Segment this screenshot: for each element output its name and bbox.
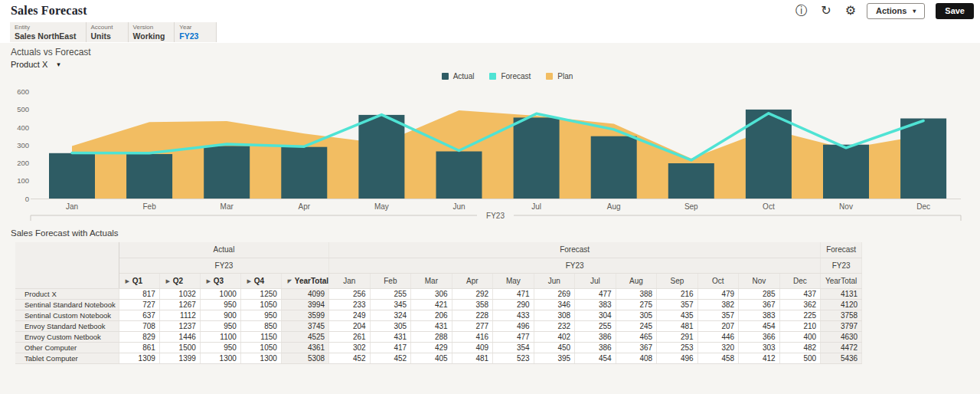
actual-cell[interactable]: 1300	[200, 353, 240, 363]
forecast-cell[interactable]: 204	[329, 320, 371, 331]
forecast-cell[interactable]: 465	[616, 331, 657, 342]
forecast-cell[interactable]: 362	[779, 299, 821, 310]
forecast-cell[interactable]: 277	[452, 320, 493, 331]
forecast-cell[interactable]: 357	[657, 299, 698, 310]
forecast-cell[interactable]: 292	[452, 288, 493, 299]
actual-cell[interactable]: 1300	[240, 353, 281, 363]
actual-cell[interactable]: 1399	[159, 353, 200, 363]
forecast-cell[interactable]: 481	[657, 320, 698, 331]
forecast-cell[interactable]: 383	[739, 310, 780, 320]
forecast-cell[interactable]: 477	[575, 288, 616, 299]
forecast-cell[interactable]: 358	[452, 299, 493, 310]
forecast-cell[interactable]: 437	[779, 288, 821, 299]
actual-cell[interactable]: 1032	[159, 288, 200, 299]
forecast-cell[interactable]: 458	[697, 353, 739, 363]
actual-cell[interactable]: 1000	[200, 288, 240, 299]
forecast-cell[interactable]: 435	[657, 310, 698, 320]
actual-cell[interactable]: 1050	[240, 342, 281, 353]
forecast-cell[interactable]: 417	[370, 342, 411, 353]
forecast-cell[interactable]: 386	[575, 342, 616, 353]
column-header-q3[interactable]: ▶Q3	[200, 273, 240, 288]
forecast-cell[interactable]: 306	[411, 288, 452, 299]
forecast-cell[interactable]: 302	[329, 342, 371, 353]
forecast-cell[interactable]: 305	[616, 310, 657, 320]
forecast-cell[interactable]: 409	[452, 342, 493, 353]
forecast-cell[interactable]: 382	[697, 299, 739, 310]
forecast-cell[interactable]: 482	[779, 342, 821, 353]
forecast-cell[interactable]: 346	[534, 299, 575, 310]
settings-gear-icon[interactable]: ⚙	[842, 2, 859, 19]
forecast-cell[interactable]: 304	[575, 310, 616, 320]
actual-cell[interactable]: 950	[240, 310, 281, 320]
forecast-cell[interactable]: 245	[616, 320, 657, 331]
forecast-cell[interactable]: 210	[779, 320, 821, 331]
actual-cell[interactable]: 817	[119, 288, 159, 299]
forecast-cell[interactable]: 500	[779, 353, 821, 363]
forecast-cell[interactable]: 207	[697, 320, 739, 331]
forecast-cell[interactable]: 479	[697, 288, 739, 299]
forecast-cell[interactable]: 354	[493, 342, 534, 353]
forecast-cell[interactable]: 496	[493, 320, 534, 331]
forecast-cell[interactable]: 395	[534, 353, 575, 363]
legend-item-actual[interactable]: Actual	[442, 72, 475, 80]
save-button[interactable]: Save	[936, 3, 974, 19]
forecast-cell[interactable]: 402	[534, 331, 575, 342]
pov-entity[interactable]: Entity Sales NorthEast	[10, 22, 87, 42]
actual-cell[interactable]: 950	[200, 320, 240, 331]
actual-cell[interactable]: 708	[119, 320, 159, 331]
forecast-cell[interactable]: 288	[411, 331, 452, 342]
forecast-cell[interactable]: 256	[329, 288, 371, 299]
actual-cell[interactable]: 1050	[240, 299, 281, 310]
forecast-cell[interactable]: 206	[411, 310, 452, 320]
forecast-cell[interactable]: 367	[739, 299, 780, 310]
forecast-cell[interactable]: 452	[329, 353, 371, 363]
forecast-cell[interactable]: 261	[329, 331, 371, 342]
forecast-cell[interactable]: 320	[697, 342, 739, 353]
forecast-cell[interactable]: 303	[739, 342, 780, 353]
forecast-cell[interactable]: 269	[534, 288, 575, 299]
forecast-cell[interactable]: 357	[697, 310, 739, 320]
actual-cell[interactable]: 727	[119, 299, 159, 310]
forecast-cell[interactable]: 446	[697, 331, 739, 342]
actual-cell[interactable]: 1112	[159, 310, 200, 320]
actual-cell[interactable]: 637	[119, 310, 159, 320]
forecast-cell[interactable]: 416	[452, 331, 493, 342]
forecast-cell[interactable]: 366	[739, 331, 780, 342]
forecast-cell[interactable]: 308	[534, 310, 575, 320]
column-header-q4[interactable]: ▶Q4	[240, 273, 281, 288]
legend-item-plan[interactable]: Plan	[546, 72, 573, 80]
actual-cell[interactable]: 850	[240, 320, 281, 331]
forecast-cell[interactable]: 345	[370, 299, 411, 310]
actual-cell[interactable]: 1309	[119, 353, 159, 363]
column-header-q2[interactable]: ▶Q2	[159, 273, 200, 288]
actual-cell[interactable]: 861	[119, 342, 159, 353]
forecast-cell[interactable]: 431	[370, 331, 411, 342]
forecast-cell[interactable]: 481	[452, 353, 493, 363]
actual-cell[interactable]: 1267	[159, 299, 200, 310]
forecast-cell[interactable]: 412	[739, 353, 780, 363]
forecast-cell[interactable]: 253	[657, 342, 698, 353]
actual-cell[interactable]: 950	[200, 299, 240, 310]
actual-cell[interactable]: 829	[119, 331, 159, 342]
forecast-cell[interactable]: 233	[329, 299, 371, 310]
forecast-cell[interactable]: 249	[329, 310, 371, 320]
actual-cell[interactable]: 1446	[159, 331, 200, 342]
forecast-cell[interactable]: 255	[370, 288, 411, 299]
forecast-cell[interactable]: 255	[575, 320, 616, 331]
pov-version[interactable]: Version Working	[129, 22, 175, 42]
forecast-cell[interactable]: 388	[616, 288, 657, 299]
forecast-cell[interactable]: 433	[493, 310, 534, 320]
pov-year[interactable]: Year FY23	[175, 22, 217, 42]
pov-account[interactable]: Account Units	[87, 22, 129, 42]
forecast-cell[interactable]: 452	[370, 353, 411, 363]
forecast-cell[interactable]: 421	[411, 299, 452, 310]
forecast-cell[interactable]: 400	[779, 331, 821, 342]
forecast-cell[interactable]: 383	[575, 299, 616, 310]
forecast-cell[interactable]: 496	[657, 353, 698, 363]
actual-cell[interactable]: 950	[200, 342, 240, 353]
actual-cell[interactable]: 1250	[240, 288, 281, 299]
actual-cell[interactable]: 900	[200, 310, 240, 320]
forecast-cell[interactable]: 431	[411, 320, 452, 331]
forecast-cell[interactable]: 216	[657, 288, 698, 299]
forecast-cell[interactable]: 285	[739, 288, 780, 299]
